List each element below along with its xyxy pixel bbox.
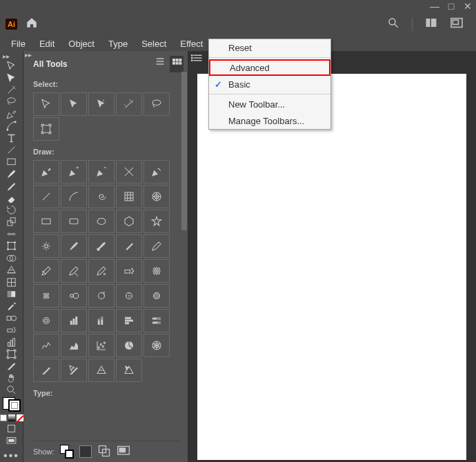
zoom-tool[interactable] (2, 384, 21, 396)
tool-pie-graph[interactable] (116, 334, 142, 357)
eraser-tool[interactable] (2, 192, 21, 203)
tool-polygon[interactable] (116, 210, 142, 233)
tool-pencil[interactable] (143, 234, 170, 258)
tool-flare[interactable] (33, 234, 59, 258)
artboard[interactable] (197, 74, 466, 460)
arrange-icon[interactable] (450, 17, 464, 31)
color-mode-swatches[interactable] (0, 414, 23, 421)
menu-type[interactable]: Type (101, 37, 135, 50)
tool-path-eraser[interactable] (61, 259, 87, 283)
tool-lasso[interactable] (143, 92, 170, 116)
tool-symbol-spinner[interactable] (88, 284, 115, 308)
tool-slice-selection[interactable] (61, 359, 87, 382)
tool-smooth[interactable] (33, 259, 59, 283)
tool-rectangle[interactable] (33, 210, 59, 233)
tool-pen[interactable] (33, 160, 59, 183)
pen-tool[interactable] (2, 108, 21, 120)
menu-item-new-toolbar[interactable]: New Toolbar... (209, 96, 330, 112)
footer-overlap-icon[interactable] (97, 444, 111, 459)
direct-selection-tool[interactable] (2, 72, 21, 83)
search-icon[interactable] (387, 17, 399, 32)
symbol-sprayer-tool[interactable] (2, 324, 21, 336)
menu-file[interactable]: File (4, 37, 32, 50)
list-view-icon[interactable] (155, 56, 166, 72)
fill-stroke-control[interactable] (3, 397, 21, 412)
screen-mode[interactable] (2, 434, 21, 446)
rectangle-tool[interactable] (2, 156, 21, 168)
type-tool[interactable] (2, 132, 21, 143)
tool-group-selection[interactable] (88, 92, 115, 116)
tool-spiral[interactable] (88, 185, 115, 208)
tool-symbol-stainer[interactable] (116, 284, 142, 308)
tool-radar-graph[interactable] (143, 334, 170, 357)
tool-symbol-shifter[interactable] (143, 259, 170, 283)
tool-magic-wand[interactable] (116, 92, 142, 116)
shaper-tool[interactable] (2, 180, 21, 192)
menu-edit[interactable]: Edit (32, 37, 61, 50)
tool-line-graph[interactable] (33, 334, 59, 357)
tool-symbol-scruncher[interactable] (33, 284, 59, 308)
tool-add-anchor[interactable] (61, 160, 87, 183)
selection-tool[interactable] (2, 60, 21, 72)
tool-slice[interactable] (33, 359, 59, 382)
edit-toolbar-button[interactable]: ••• (3, 450, 19, 462)
perspective-tool[interactable] (2, 264, 21, 276)
maximize-button[interactable]: □ (446, 1, 457, 11)
mesh-tool[interactable] (2, 276, 21, 288)
tool-perspective-selection[interactable] (116, 359, 142, 382)
tool-join[interactable] (88, 259, 115, 283)
artboard-tool[interactable] (2, 348, 21, 360)
line-tool[interactable] (2, 144, 21, 156)
tool-rectangular-grid[interactable] (116, 185, 142, 208)
workspace-icon[interactable] (425, 17, 437, 31)
menu-item-reset[interactable]: Reset (209, 39, 330, 56)
shape-builder-tool[interactable] (2, 252, 21, 264)
tool-stacked-column-graph[interactable] (88, 309, 115, 332)
hand-tool[interactable] (2, 372, 21, 384)
tool-symbol-sprayer[interactable] (116, 259, 142, 283)
column-graph-tool[interactable] (2, 336, 21, 348)
footer-screen-mode-icon[interactable] (117, 445, 130, 459)
tool-symbol-sizer[interactable] (61, 284, 87, 308)
tool-column-graph[interactable] (61, 309, 87, 332)
tool-paintbrush[interactable] (61, 234, 87, 258)
menu-object[interactable]: Object (61, 37, 101, 50)
grid-view-icon[interactable] (170, 56, 184, 72)
tool-blob-brush[interactable] (88, 234, 115, 258)
tool-symbol-screener[interactable] (143, 284, 170, 308)
tool-arc[interactable] (61, 185, 87, 208)
expand-icon[interactable]: ▸▸ (3, 52, 10, 60)
tool-perspective-grid[interactable] (88, 359, 115, 382)
magic-wand-tool[interactable] (2, 84, 21, 96)
panel-scrollbar[interactable] (181, 72, 188, 455)
menu-effect[interactable]: Effect (173, 37, 210, 50)
home-icon[interactable] (26, 17, 38, 32)
close-button[interactable]: ✕ (462, 1, 473, 11)
footer-draw-mode-icon[interactable] (79, 445, 92, 458)
eyedropper-tool[interactable] (2, 300, 21, 312)
draw-mode-normal[interactable] (2, 423, 21, 434)
tool-line-segment[interactable] (33, 185, 59, 208)
tool-rounded-rectangle[interactable] (61, 210, 87, 233)
tool-bar-graph[interactable] (116, 309, 142, 332)
tool-selection[interactable] (33, 92, 59, 116)
lasso-tool[interactable] (2, 96, 21, 108)
menu-select[interactable]: Select (135, 37, 173, 50)
width-tool[interactable] (2, 228, 21, 240)
gradient-tool[interactable] (2, 288, 21, 300)
tool-direct-selection[interactable] (61, 92, 87, 116)
tool-curvature[interactable] (143, 160, 170, 183)
menu-item-manage-toolbars[interactable]: Manage Toolbars... (209, 112, 330, 129)
tool-symbol-styler[interactable] (33, 309, 59, 332)
tool-polar-grid[interactable] (143, 185, 170, 208)
properties-flyout-icon[interactable] (190, 53, 203, 66)
tool-anchor-point[interactable] (116, 160, 142, 183)
footer-fill-stroke-icon[interactable] (60, 445, 74, 459)
slice-tool[interactable] (2, 360, 21, 372)
paintbrush-tool[interactable] (2, 168, 21, 180)
menu-item-advanced[interactable]: Advanced (209, 59, 330, 76)
tool-area-graph[interactable] (61, 334, 87, 357)
blend-tool[interactable] (2, 312, 21, 324)
menu-item-basic[interactable]: Basic (209, 76, 330, 92)
free-transform-tool[interactable] (2, 240, 21, 252)
